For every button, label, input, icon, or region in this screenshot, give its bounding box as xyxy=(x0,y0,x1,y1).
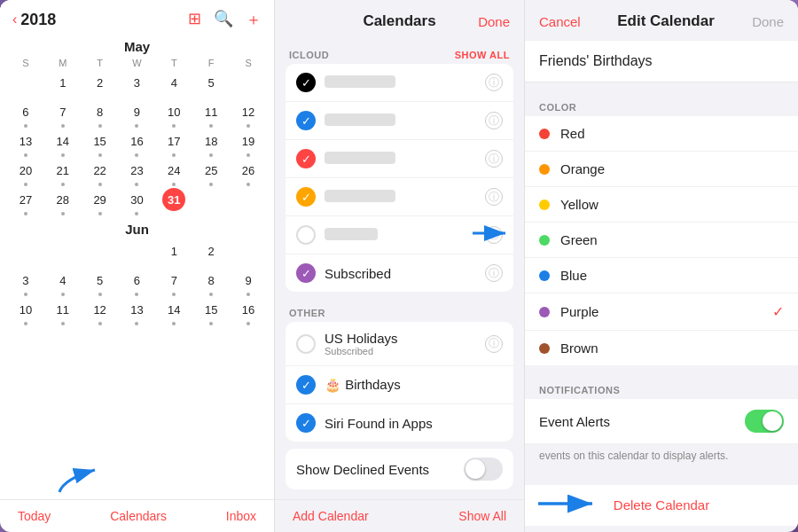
cal-cell[interactable]: 11 xyxy=(192,99,230,129)
cal-cell[interactable]: 30 xyxy=(119,187,156,216)
color-option-yellow[interactable]: Yellow xyxy=(525,187,798,223)
cal-cell[interactable]: 13 xyxy=(119,297,156,326)
cal-cell[interactable]: 17 xyxy=(155,129,192,158)
calendar-checkbox[interactable] xyxy=(296,225,316,245)
calendar-info-button[interactable]: ⓘ xyxy=(485,188,503,206)
color-option-purple[interactable]: Purple ✓ xyxy=(525,293,798,331)
us-holidays-info-button[interactable]: ⓘ xyxy=(485,335,503,353)
cal-cell[interactable]: 25 xyxy=(192,158,230,187)
icloud-cal-item-subscribed[interactable]: ✓ Subscribed ⓘ xyxy=(286,254,513,292)
edit-done-button[interactable]: Done xyxy=(748,14,784,29)
icloud-cal-item[interactable]: ✓ ⓘ xyxy=(286,102,513,140)
cal-cell[interactable]: 26 xyxy=(230,158,267,187)
inbox-button[interactable]: Inbox xyxy=(226,509,256,523)
cal-cell[interactable]: 1 xyxy=(155,239,192,268)
us-holidays-item[interactable]: US Holidays Subscribed ⓘ xyxy=(286,322,513,366)
cal-cell[interactable]: 6 xyxy=(119,268,156,297)
cal-cell[interactable]: 10 xyxy=(155,99,192,129)
cal-cell[interactable]: 7 xyxy=(155,268,192,297)
cal-cell[interactable]: 4 xyxy=(44,268,82,297)
cal-cell[interactable]: 15 xyxy=(82,129,119,158)
cal-cell[interactable]: 14 xyxy=(44,129,82,158)
icloud-cal-item[interactable]: ⓘ xyxy=(286,216,513,254)
cal-cell[interactable]: 8 xyxy=(82,99,119,129)
today-button[interactable]: Today xyxy=(18,509,51,523)
cal-cell[interactable]: 10 xyxy=(7,297,44,326)
calendar-info-button[interactable]: ⓘ xyxy=(485,264,503,282)
calendar-info-button[interactable]: ⓘ xyxy=(485,74,503,91)
cal-cell[interactable]: 9 xyxy=(230,268,267,297)
show-all-button[interactable]: Show All xyxy=(458,509,506,523)
us-holidays-checkbox[interactable] xyxy=(296,334,316,354)
cal-cell[interactable]: 7 xyxy=(44,99,82,129)
cal-cell[interactable]: 9 xyxy=(119,99,156,129)
cal-cell[interactable]: 3 xyxy=(7,268,44,297)
search-icon[interactable]: 🔍 xyxy=(214,9,233,30)
color-option-green[interactable]: Green xyxy=(525,223,798,258)
cal-cell[interactable] xyxy=(7,70,44,99)
calendar-checkbox[interactable]: ✓ xyxy=(296,263,316,283)
color-option-brown[interactable]: Brown xyxy=(525,331,798,365)
cal-cell[interactable]: 16 xyxy=(119,129,156,158)
siri-item[interactable]: ✓ Siri Found in Apps xyxy=(286,404,513,442)
cal-cell[interactable]: 5 xyxy=(82,268,119,297)
cal-cell[interactable]: 2 xyxy=(82,70,119,99)
cal-cell[interactable]: 14 xyxy=(155,297,192,326)
show-all-icloud-button[interactable]: SHOW ALL xyxy=(455,50,510,60)
brown-color-dot xyxy=(539,343,550,354)
color-option-orange[interactable]: Orange xyxy=(525,152,798,187)
cancel-button[interactable]: Cancel xyxy=(539,14,583,29)
cal-cell[interactable]: 18 xyxy=(192,129,230,158)
icloud-cal-item[interactable]: ✓ ⓘ xyxy=(286,178,513,216)
cal-cell[interactable]: 4 xyxy=(155,70,192,99)
cal-cell[interactable]: 3 xyxy=(119,70,156,99)
calendars-done-button[interactable]: Done xyxy=(471,14,510,29)
cal-cell[interactable]: 24 xyxy=(155,158,192,187)
icloud-cal-item[interactable]: ✓ ⓘ xyxy=(286,140,513,178)
delete-calendar-button[interactable]: Delete Calendar xyxy=(614,497,709,512)
cal-cell[interactable]: 15 xyxy=(192,297,230,326)
cal-cell[interactable]: 5 xyxy=(192,70,230,99)
cal-cell[interactable]: 21 xyxy=(44,158,82,187)
add-icon[interactable]: ＋ xyxy=(246,9,262,30)
cal-cell[interactable]: 23 xyxy=(119,158,156,187)
grid-icon[interactable]: ⊞ xyxy=(188,9,201,30)
birthdays-item[interactable]: ✓ 🎂 Birthdays xyxy=(286,366,513,404)
back-chevron-icon[interactable]: ‹ xyxy=(12,12,17,27)
icloud-cal-item[interactable]: ✓ ⓘ xyxy=(286,64,513,102)
event-alerts-toggle[interactable] xyxy=(745,410,784,433)
cal-cell[interactable]: 6 xyxy=(7,99,44,129)
siri-checkbox[interactable]: ✓ xyxy=(296,413,316,433)
calendar-checkbox[interactable]: ✓ xyxy=(296,73,316,92)
cal-cell[interactable]: 28 xyxy=(44,187,82,216)
color-option-red[interactable]: Red xyxy=(525,116,798,152)
color-option-blue[interactable]: Blue xyxy=(525,258,798,293)
cal-cell[interactable]: 12 xyxy=(230,99,267,129)
cal-cell-today[interactable]: 31 xyxy=(155,187,192,216)
cal-cell[interactable]: 19 xyxy=(230,129,267,158)
calendar-info-button[interactable]: ⓘ xyxy=(485,150,503,168)
cal-cell[interactable]: 16 xyxy=(230,297,267,326)
calendar-checkbox[interactable]: ✓ xyxy=(296,149,316,168)
year-nav[interactable]: ‹ 2018 xyxy=(12,11,56,29)
birthdays-checkbox[interactable]: ✓ xyxy=(296,375,316,395)
cal-cell[interactable]: 20 xyxy=(7,158,44,187)
cal-cell[interactable]: 2 xyxy=(192,239,230,268)
cal-cell[interactable] xyxy=(230,70,267,99)
calendar-checkbox[interactable]: ✓ xyxy=(296,111,316,130)
calendar-checkbox[interactable]: ✓ xyxy=(296,187,316,207)
cal-cell[interactable]: 13 xyxy=(7,129,44,158)
cal-cell[interactable]: 12 xyxy=(82,297,119,326)
add-calendar-button[interactable]: Add Calendar xyxy=(293,509,369,523)
cal-cell[interactable]: 22 xyxy=(82,158,119,187)
cal-cell[interactable]: 29 xyxy=(82,187,119,216)
cal-cell[interactable]: 27 xyxy=(7,187,44,216)
cal-cell[interactable]: 11 xyxy=(44,297,82,326)
calendar-info-button[interactable]: ⓘ xyxy=(485,226,503,244)
show-declined-toggle[interactable] xyxy=(464,458,503,481)
calendars-button[interactable]: Calendars xyxy=(110,509,167,523)
cal-cell[interactable]: 1 xyxy=(44,70,82,99)
cal-cell[interactable]: 8 xyxy=(192,268,230,297)
calendar-name-field[interactable]: Friends' Birthdays xyxy=(525,41,798,82)
calendar-info-button[interactable]: ⓘ xyxy=(485,112,503,129)
